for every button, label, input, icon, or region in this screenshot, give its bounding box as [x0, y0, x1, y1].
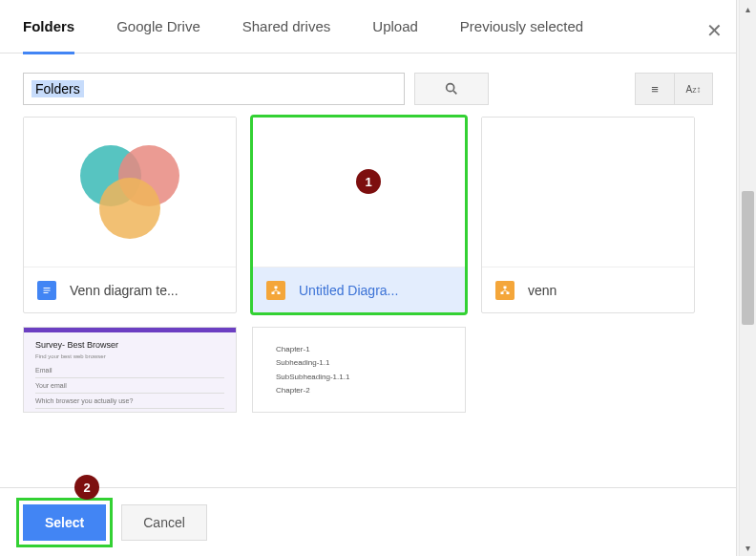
file-card[interactable]: Survey- Best Browser Find your best web …	[23, 327, 237, 413]
thumbnail	[253, 118, 465, 267]
toolbar: Folders ≡ AZ↕	[0, 53, 736, 117]
scroll-up-icon[interactable]: ▴	[740, 0, 756, 17]
select-button[interactable]: Select	[23, 504, 106, 541]
file-card[interactable]: Venn diagram te...	[23, 117, 237, 313]
tab-google-drive[interactable]: Google Drive	[116, 0, 200, 53]
svg-line-10	[276, 290, 279, 292]
svg-rect-13	[507, 291, 510, 294]
file-picker-dialog: Folders Google Drive Shared drives Uploa…	[0, 0, 737, 556]
file-card[interactable]: Chapter-1 Subheading-1.1 SubSubheading-1…	[252, 327, 466, 413]
svg-rect-12	[501, 291, 504, 294]
search-button[interactable]	[414, 73, 489, 105]
drawio-icon	[266, 281, 285, 300]
form-option: Chrome	[40, 412, 60, 413]
tab-upload[interactable]: Upload	[372, 0, 418, 53]
close-icon[interactable]: ✕	[706, 19, 723, 42]
form-line: Which browser you actually use?	[35, 394, 224, 409]
view-toggle: ≡ AZ↕	[635, 73, 713, 105]
svg-line-15	[502, 290, 505, 292]
scroll-down-icon[interactable]: ▾	[740, 539, 756, 556]
svg-rect-5	[275, 286, 278, 289]
file-name: Untitled Diagra...	[299, 283, 398, 298]
docs-icon	[37, 281, 56, 300]
doc-line: SubSubheading-1.1.1	[276, 371, 442, 384]
file-card[interactable]: venn	[481, 117, 695, 313]
file-name: venn	[528, 283, 556, 298]
svg-rect-2	[44, 288, 51, 289]
file-grid-row2: Survey- Best Browser Find your best web …	[0, 313, 736, 413]
venn-preview	[73, 139, 187, 245]
list-view-button[interactable]: ≡	[636, 74, 674, 104]
annotation-badge-1: 1	[356, 169, 381, 194]
list-icon: ≡	[651, 82, 659, 96]
form-line: Your email	[35, 378, 224, 394]
search-input[interactable]: Folders	[23, 73, 405, 105]
search-icon	[444, 81, 459, 96]
file-card-selected[interactable]: 1 Untitled Diagra...	[252, 117, 466, 313]
doc-line: Chapter-1	[276, 343, 442, 356]
tab-shared-drives[interactable]: Shared drives	[242, 0, 331, 53]
tabs-bar: Folders Google Drive Shared drives Uploa…	[0, 0, 736, 53]
svg-rect-3	[44, 289, 51, 290]
sort-button[interactable]: AZ↕	[674, 74, 712, 104]
annotation-badge-2: 2	[74, 475, 99, 500]
svg-rect-11	[504, 286, 507, 289]
svg-rect-6	[272, 291, 275, 294]
svg-point-0	[447, 84, 454, 92]
doc-line: Chapter-2	[276, 384, 442, 397]
cancel-button[interactable]: Cancel	[121, 504, 207, 541]
file-caption: Venn diagram te...	[24, 267, 236, 312]
svg-line-9	[273, 290, 276, 292]
search-value: Folders	[32, 80, 84, 97]
svg-rect-4	[44, 292, 49, 293]
doc-line: Subheading-1.1	[276, 356, 442, 370]
dialog-footer: 2 Select Cancel	[0, 487, 736, 556]
drawio-icon	[495, 281, 514, 300]
form-preview: Survey- Best Browser Find your best web …	[24, 328, 236, 412]
form-subtitle: Find your best web browser	[35, 353, 224, 359]
svg-line-1	[453, 91, 456, 94]
form-title: Survey- Best Browser	[35, 340, 224, 350]
doc-preview: Chapter-1 Subheading-1.1 SubSubheading-1…	[253, 328, 465, 413]
svg-line-16	[505, 290, 508, 292]
svg-rect-7	[278, 291, 281, 294]
thumbnail	[482, 118, 694, 267]
sort-icon: AZ↕	[686, 84, 702, 95]
tab-previously-selected[interactable]: Previously selected	[460, 0, 583, 53]
file-caption: Untitled Diagra...	[253, 267, 465, 312]
file-name: Venn diagram te...	[70, 283, 178, 298]
scrollbar[interactable]: ▴ ▾	[739, 0, 756, 556]
tab-folders[interactable]: Folders	[23, 0, 74, 53]
thumbnail	[24, 118, 236, 267]
file-caption: venn	[482, 267, 694, 312]
form-line: Email	[35, 363, 224, 378]
file-grid: Venn diagram te... 1 Untitled Diagra... …	[0, 117, 736, 313]
scroll-thumb[interactable]	[742, 191, 754, 325]
